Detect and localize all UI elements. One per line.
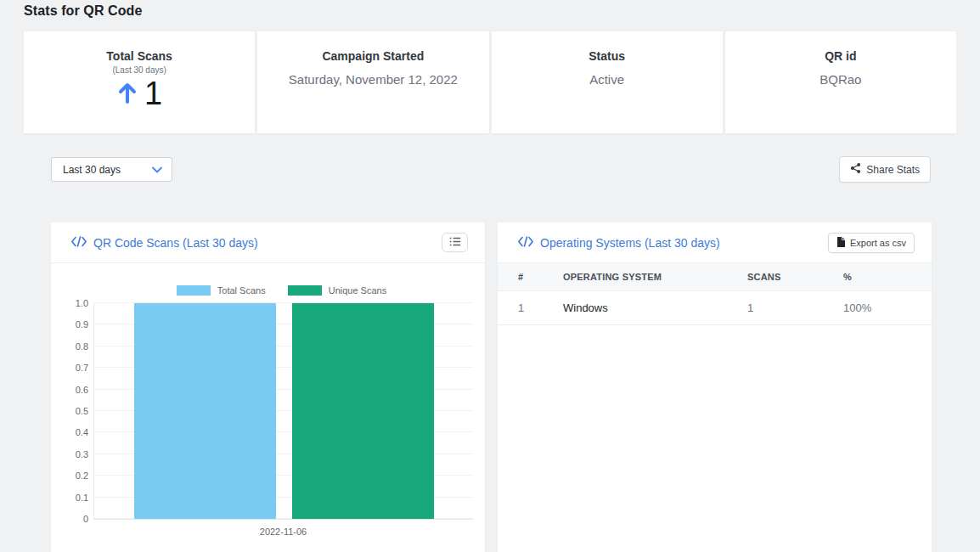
y-tick-label: 0.6: [76, 385, 88, 395]
legend-label: Total Scans: [217, 285, 266, 296]
stat-card-total-scans: Total Scans (Last 30 days) 1: [24, 31, 255, 133]
status-value: Active: [492, 72, 723, 87]
share-icon: [850, 162, 861, 177]
bars-group: [94, 303, 473, 519]
arrow-up-icon: [116, 81, 138, 108]
code-icon: [518, 236, 533, 250]
qr-scans-panel: QR Code Scans (Last 30 days) Total Scans…: [51, 222, 485, 552]
operating-systems-panel: Operating Systems (Last 30 days) Export …: [498, 222, 932, 552]
export-csv-button[interactable]: Export as csv: [828, 233, 915, 253]
export-csv-label: Export as csv: [850, 238, 906, 248]
stat-cards-row: Total Scans (Last 30 days) 1 Campaign St…: [24, 31, 956, 133]
stat-card-qr-id: QR id BQRao: [725, 31, 956, 133]
y-tick-label: 0.1: [76, 493, 88, 503]
stat-card-status: Status Active: [492, 31, 723, 133]
os-row-name: Windows: [555, 291, 739, 325]
legend-swatch: [288, 285, 322, 296]
y-tick-label: 0: [83, 514, 88, 524]
date-range-selected: Last 30 days: [63, 164, 121, 176]
qr-scans-panel-title: QR Code Scans (Last 30 days): [71, 236, 258, 250]
bar-chart: Total ScansUnique Scans 1.00.90.80.70.60…: [51, 263, 485, 537]
bar-total-scans[interactable]: [134, 303, 276, 519]
qr-id-value: BQRao: [725, 72, 956, 87]
os-row-scans: 1: [739, 291, 835, 325]
y-tick-label: 0.9: [76, 319, 88, 330]
code-icon: [71, 236, 87, 250]
os-table-header: SCANS: [739, 263, 835, 291]
y-tick-label: 1.0: [76, 298, 88, 308]
stat-card-title: Total Scans: [24, 49, 255, 63]
bar-unique-scans[interactable]: [292, 303, 434, 519]
share-stats-label: Share Stats: [866, 164, 920, 176]
controls-row: Last 30 days Share Stats: [51, 156, 931, 183]
os-panel-header: Operating Systems (Last 30 days) Export …: [498, 222, 932, 263]
chart-options-button[interactable]: [442, 233, 468, 252]
legend-item[interactable]: Unique Scans: [288, 285, 387, 296]
chevron-down-icon: [152, 164, 162, 176]
os-row-percent: 100%: [835, 291, 932, 325]
stat-card-title: Campaign Started: [257, 49, 488, 63]
x-axis-label: 2022-11-06: [93, 527, 473, 537]
share-stats-button[interactable]: Share Stats: [839, 156, 931, 183]
table-row: 1 Windows 1 100%: [498, 291, 932, 325]
y-tick-label: 0.8: [76, 341, 88, 352]
os-table-header-row: # OPERATING SYSTEM SCANS %: [498, 263, 932, 291]
stat-card-campaign-started: Campaign Started Saturday, November 12, …: [257, 31, 488, 133]
panels-row: QR Code Scans (Last 30 days) Total Scans…: [51, 222, 932, 552]
date-range-select[interactable]: Last 30 days: [51, 157, 172, 182]
legend-item[interactable]: Total Scans: [177, 285, 266, 296]
list-icon: [449, 236, 461, 249]
y-tick-label: 0.4: [76, 427, 88, 437]
os-table-header: #: [498, 263, 555, 291]
page-title: Stats for QR Code: [0, 0, 980, 19]
stat-card-subtitle: (Last 30 days): [24, 65, 255, 75]
campaign-started-value: Saturday, November 12, 2022: [257, 72, 488, 87]
os-table-header: %: [835, 263, 932, 291]
legend-label: Unique Scans: [329, 285, 387, 296]
os-table-header: OPERATING SYSTEM: [555, 263, 739, 291]
os-table: # OPERATING SYSTEM SCANS % 1 Windows 1 1…: [498, 263, 932, 325]
stat-card-title: QR id: [725, 49, 956, 63]
qr-scans-title-text: QR Code Scans (Last 30 days): [93, 236, 258, 250]
legend-swatch: [177, 285, 211, 296]
os-title-text: Operating Systems (Last 30 days): [540, 236, 720, 250]
stat-card-title: Status: [492, 49, 723, 63]
y-tick-label: 0.3: [76, 449, 88, 459]
chart-plot: 1.00.90.80.70.60.50.40.30.20.10: [93, 303, 473, 520]
y-tick-label: 0.7: [76, 363, 88, 373]
os-row-index: 1: [498, 291, 555, 325]
file-icon: [836, 237, 845, 249]
os-panel-title: Operating Systems (Last 30 days): [518, 236, 720, 250]
y-tick-label: 0.2: [76, 470, 88, 481]
chart-legend: Total ScansUnique Scans: [90, 285, 473, 296]
total-scans-value: 1: [144, 76, 162, 112]
y-tick-label: 0.5: [76, 406, 88, 416]
qr-scans-panel-header: QR Code Scans (Last 30 days): [51, 222, 485, 263]
